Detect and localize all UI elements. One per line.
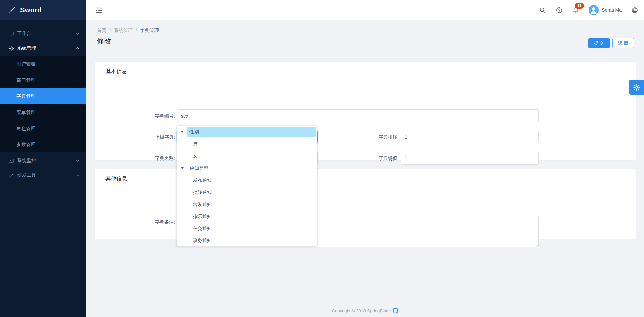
- tree-option[interactable]: 转发通知: [177, 198, 317, 210]
- language-button[interactable]: [631, 6, 639, 14]
- breadcrumb-current: 字典管理: [140, 28, 159, 34]
- tree-caret-icon[interactable]: [181, 131, 184, 133]
- dict-name-label: 字典名称:: [125, 152, 175, 165]
- tree-option[interactable]: 男: [177, 138, 317, 150]
- sidebar-item-workbench[interactable]: 工作台: [0, 26, 86, 41]
- other-info-card: 其他信息 字典备注:: [94, 169, 636, 239]
- dict-sort-input[interactable]: [401, 131, 539, 143]
- breadcrumb-home[interactable]: 首页: [97, 28, 106, 34]
- theme-settings-button[interactable]: [629, 80, 644, 95]
- basic-info-card: 基本信息 字典编号: 上级字典: 性别 字典排序: 字典名称: 字典键值:: [94, 61, 636, 161]
- sidebar-item-menu-mgmt[interactable]: 菜单管理: [0, 104, 86, 120]
- user-name: Serati Ma: [602, 7, 622, 13]
- sidebar-item-user-mgmt[interactable]: 用户管理: [0, 56, 86, 72]
- tree-option[interactable]: 指示通知: [177, 210, 317, 222]
- card-title: 基本信息: [95, 62, 636, 81]
- monitor-icon: [8, 31, 14, 37]
- chevron-down-icon: [76, 32, 80, 36]
- sidebar-item-label: 系统监控: [17, 157, 76, 164]
- sidebar-item-label: 系统管理: [17, 45, 76, 51]
- sidebar-item-devtools[interactable]: 研发工具: [0, 168, 86, 183]
- tree-option[interactable]: 事务通知: [177, 234, 317, 246]
- tree-option[interactable]: 通知类型: [177, 162, 317, 174]
- breadcrumb-separator: /: [136, 28, 137, 34]
- github-icon[interactable]: [391, 308, 398, 313]
- sidebar-item-system[interactable]: 系统管理: [0, 41, 86, 56]
- footer: Copyright © 2018 SpringBlade: [86, 308, 644, 313]
- gear-icon: [8, 46, 14, 51]
- submit-button[interactable]: 提 交: [588, 38, 610, 48]
- card-title: 其他信息: [95, 169, 636, 188]
- tree-option[interactable]: 任免通知: [177, 222, 317, 234]
- tree-option[interactable]: 发布通知: [177, 174, 317, 186]
- tree-option[interactable]: 女: [177, 150, 317, 162]
- sidebar-item-param-mgmt[interactable]: 参数管理: [0, 136, 86, 152]
- globe-icon: [631, 7, 638, 14]
- sidebar-item-role-mgmt[interactable]: 角色管理: [0, 120, 86, 136]
- sword-icon: [7, 6, 16, 15]
- sidebar-item-dict-mgmt[interactable]: 字典管理: [0, 88, 86, 104]
- dict-code-label: 字典编号:: [125, 109, 175, 122]
- sidebar-submenu-system: 用户管理 部门管理 字典管理 菜单管理 角色管理 参数管理: [0, 56, 86, 152]
- topbar-actions: 11 Serati Ma: [538, 0, 639, 20]
- user-menu[interactable]: Serati Ma: [589, 5, 622, 15]
- sidebar-item-dept-mgmt[interactable]: 部门管理: [0, 72, 86, 88]
- parent-dict-label: 上级字典:: [125, 131, 175, 143]
- brand-name: Sword: [20, 6, 42, 14]
- tree-option[interactable]: 性别: [177, 126, 317, 138]
- parent-dict-dropdown: 性别 男 女 通知类型 发布通知 批转通知 转发通知 指示通知 任免通知 事务通…: [177, 126, 317, 246]
- sidebar: Sword 工作台 系统管理: [0, 0, 86, 317]
- chevron-down-icon: [76, 158, 80, 163]
- notifications-button[interactable]: 11: [572, 6, 580, 14]
- dict-sort-label: 字典排序:: [348, 131, 399, 143]
- copyright-text: Copyright © 2018 SpringBlade: [332, 308, 391, 313]
- dict-remark-label: 字典备注:: [125, 216, 175, 228]
- back-button[interactable]: 返 回: [612, 38, 634, 48]
- chevron-up-icon: [76, 46, 80, 50]
- page-title: 修改: [97, 36, 111, 46]
- sidebar-item-monitor[interactable]: 系统监控: [0, 153, 86, 168]
- brand-logo: Sword: [0, 0, 86, 20]
- tree-option[interactable]: 批转通知: [177, 186, 317, 198]
- help-button[interactable]: [555, 6, 563, 14]
- breadcrumb-system[interactable]: 系统管理: [114, 28, 133, 34]
- content-area: 首页 / 系统管理 / 字典管理 修改 提 交 返 回 基本信息 字典编号: 上…: [86, 20, 644, 317]
- notification-badge: 11: [575, 3, 584, 9]
- tree-caret-icon[interactable]: [181, 167, 184, 169]
- question-circle-icon: [556, 7, 563, 14]
- breadcrumb: 首页 / 系统管理 / 字典管理: [97, 28, 159, 34]
- menu-fold-icon[interactable]: [95, 6, 104, 15]
- sidebar-item-label: 研发工具: [17, 172, 76, 178]
- search-button[interactable]: [538, 6, 546, 14]
- tools-icon: [8, 173, 14, 178]
- chevron-down-icon: [76, 173, 80, 177]
- dict-code-input[interactable]: [177, 109, 539, 122]
- dict-key-label: 字典键值:: [348, 152, 399, 165]
- sidebar-item-label: 工作台: [17, 31, 76, 37]
- topbar: 11 Serati Ma: [86, 0, 644, 20]
- chart-icon: [8, 158, 14, 164]
- gear-icon: [633, 84, 640, 91]
- avatar: [589, 5, 599, 15]
- dict-key-input[interactable]: [401, 152, 539, 165]
- search-icon: [539, 7, 546, 14]
- breadcrumb-separator: /: [110, 28, 111, 34]
